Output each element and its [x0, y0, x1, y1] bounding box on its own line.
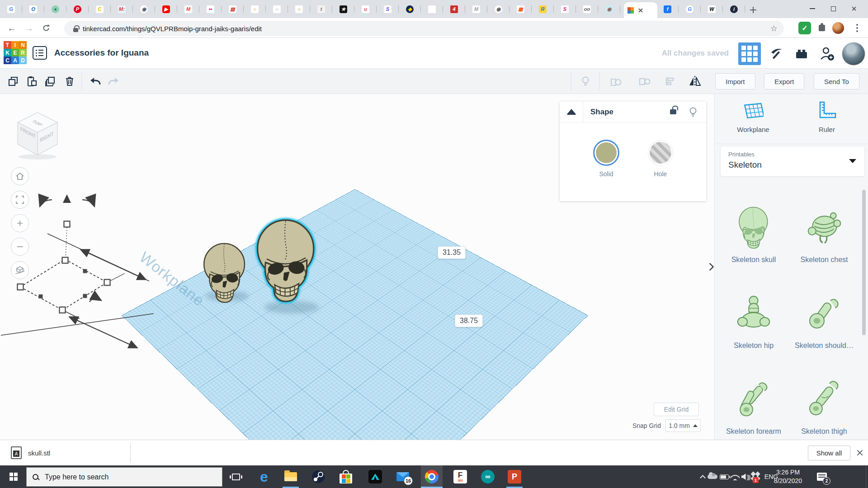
taskbar-predator[interactable] — [364, 465, 386, 488]
hole-swatch[interactable] — [648, 141, 673, 165]
taskbar-arduino[interactable]: ∞ — [477, 465, 499, 488]
taskbar-steam[interactable] — [307, 465, 329, 488]
pinned-tab[interactable]: ● — [44, 0, 66, 18]
new-tab-button[interactable] — [747, 4, 760, 16]
window-maximize-button[interactable] — [823, 0, 844, 17]
unlock-icon[interactable] — [670, 109, 676, 114]
taskbar-mail[interactable]: 16 — [392, 465, 414, 488]
skull-model-small[interactable] — [200, 242, 250, 304]
taskbar-ms-store[interactable] — [335, 465, 357, 488]
refresh-button[interactable] — [39, 21, 53, 35]
task-view-button[interactable] — [225, 465, 247, 488]
paste-button[interactable] — [25, 75, 38, 88]
workplane-tool[interactable]: Workplane — [726, 100, 780, 133]
pinned-tab[interactable]: G — [679, 0, 701, 18]
share-invite-button[interactable] — [816, 42, 838, 65]
downloaded-file-chip[interactable]: A skull.stl — [11, 446, 50, 459]
tab-close-icon[interactable] — [637, 7, 644, 14]
pinned-tab[interactable]: S — [554, 0, 576, 18]
copy-button[interactable] — [6, 75, 20, 88]
solid-swatch[interactable] — [593, 140, 619, 166]
show-all-button[interactable] — [579, 75, 592, 88]
pinned-tab[interactable]: 4 — [443, 0, 465, 18]
pinned-tab[interactable]: ▶ — [155, 0, 177, 18]
shape-item[interactable]: Skeleton skull — [718, 181, 789, 267]
taskbar-powerpoint[interactable]: P — [504, 465, 525, 488]
skull-model-selected[interactable] — [252, 218, 321, 304]
taskbar-clock[interactable]: 3:26 PM 8/20/2020 — [769, 465, 807, 488]
shape-item[interactable]: Skeleton thigh — [789, 352, 859, 438]
volume-tray-icon[interactable]: ))) — [740, 465, 751, 488]
window-close-button[interactable]: × — [844, 0, 864, 17]
mirror-button[interactable] — [688, 75, 702, 88]
design-menu-button[interactable] — [33, 46, 47, 60]
redo-button[interactable] — [107, 75, 120, 88]
back-button[interactable]: ← — [5, 21, 19, 35]
address-bar[interactable]: tinkercad.com/things/gQVLPRBmoip-grand-j… — [64, 21, 784, 36]
pinned-tab[interactable]: t — [310, 0, 332, 18]
snap-grid-select[interactable]: 1.0 mm — [665, 419, 701, 432]
pinned-tab[interactable]: G — [0, 0, 22, 18]
show-desktop-strip[interactable] — [866, 465, 868, 488]
duplicate-button[interactable] — [43, 75, 57, 88]
blocks-view-button[interactable] — [738, 42, 761, 65]
pinned-tab[interactable]: ◉ — [487, 0, 509, 18]
pinned-tab[interactable]: •• — [199, 0, 222, 18]
import-button[interactable]: Import — [715, 73, 755, 89]
downloads-bar-close-icon[interactable] — [855, 448, 865, 458]
edit-grid-button[interactable]: Edit Grid — [654, 403, 699, 416]
action-center-button[interactable]: 2 — [809, 465, 835, 488]
zoom-in-button[interactable]: + — [11, 214, 29, 232]
perspective-toggle-button[interactable] — [11, 261, 29, 279]
shape-category-dropdown[interactable]: Printables Skeleton — [720, 146, 865, 177]
taskbar-chrome[interactable] — [421, 465, 443, 488]
pinned-tab[interactable] — [421, 0, 443, 18]
shape-item[interactable]: Skeleton forearm — [718, 352, 789, 438]
pinned-tab[interactable]: ☼ — [244, 0, 266, 18]
bookmark-star-icon[interactable]: ☆ — [770, 23, 778, 33]
ungroup-button[interactable] — [637, 75, 651, 88]
pinned-tab[interactable]: oo — [576, 0, 598, 18]
show-all-downloads-button[interactable]: Show all — [808, 446, 850, 460]
export-button[interactable]: Export — [764, 73, 804, 89]
panel-collapse-button[interactable] — [560, 102, 583, 122]
view-cube[interactable]: TOP FRONT RIGHT — [13, 110, 62, 160]
user-avatar[interactable] — [842, 42, 865, 66]
taskbar-edge[interactable]: e — [253, 465, 275, 488]
pinned-tab[interactable]: ◉ — [598, 0, 620, 18]
extension-check-icon[interactable]: ✓ — [798, 22, 811, 34]
sidebar-collapse-chevron[interactable] — [707, 259, 714, 274]
taskbar-search[interactable] — [26, 467, 222, 487]
lego-export-button[interactable] — [790, 42, 813, 65]
pinned-tab[interactable]: M — [465, 0, 487, 18]
pinned-tab[interactable]: ◉ — [133, 0, 155, 18]
window-minimize-button[interactable] — [802, 0, 823, 17]
home-view-button[interactable] — [11, 167, 29, 185]
send-to-button[interactable]: Send To — [814, 73, 859, 89]
sidebar-scrollbar[interactable] — [862, 190, 866, 335]
pinned-tab[interactable]: W — [701, 0, 723, 18]
tinkercad-logo[interactable]: TINKERCAD — [4, 41, 27, 64]
pinned-tab[interactable]: u — [354, 0, 377, 18]
undo-button[interactable] — [89, 75, 102, 88]
secure-lock-icon[interactable] — [73, 28, 78, 32]
pinned-tab[interactable]: ◆ — [399, 0, 421, 18]
browser-menu-icon[interactable] — [851, 22, 863, 34]
pinned-tab[interactable]: C — [89, 0, 111, 18]
pinned-tab[interactable]: i — [723, 0, 745, 18]
pinned-tab[interactable]: ☼ — [266, 0, 288, 18]
taskbar-file-explorer[interactable] — [280, 465, 302, 488]
pinned-tab[interactable]: ☼ — [288, 0, 310, 18]
pinned-tab[interactable]: ▦ — [509, 0, 532, 18]
pinned-tab[interactable]: M — [177, 0, 199, 18]
pinned-tab[interactable]: O — [22, 0, 44, 18]
pinned-tab[interactable]: S — [377, 0, 399, 18]
dimension-depth-value[interactable]: 38.75 — [455, 314, 483, 327]
browser-profile-avatar[interactable] — [832, 22, 844, 34]
taskbar-fusion360[interactable]: F360 — [449, 465, 471, 488]
pinned-tab[interactable]: M: — [111, 0, 133, 18]
dimension-width-value[interactable]: 31.35 — [438, 246, 466, 259]
delete-button[interactable] — [63, 75, 76, 88]
pinned-tab[interactable]: ★ — [332, 0, 354, 18]
group-button[interactable] — [609, 75, 622, 88]
